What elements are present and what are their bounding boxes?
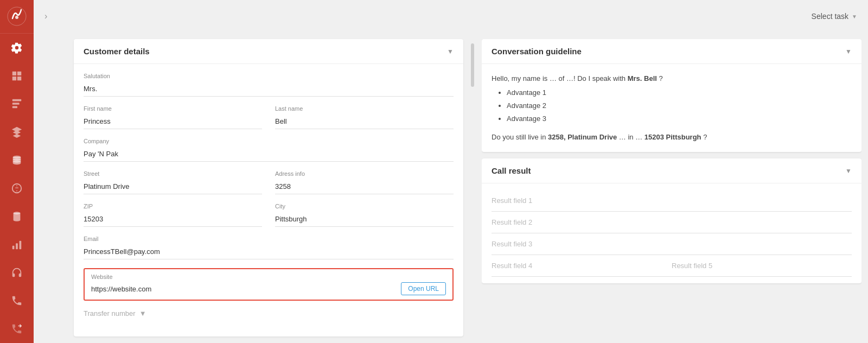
website-section: Website https://website.com Open URL [84, 268, 454, 301]
company-value[interactable]: Pay 'N Pak [84, 147, 454, 162]
list-item: Advantage 1 [507, 87, 852, 99]
call-result-header: Call result ▼ [482, 158, 861, 183]
topbar: › Select task ▼ [34, 0, 868, 33]
sidebar-item-layers[interactable] [0, 118, 34, 146]
name-row: First name Princess Last name Bell [84, 105, 454, 138]
street-label: Street [84, 170, 262, 177]
result-bottom-row: Result field 4 Result field 5 [492, 255, 852, 277]
svg-rect-8 [12, 245, 15, 249]
customer-details-chevron-icon[interactable]: ▼ [447, 48, 454, 55]
select-task-arrow-icon: ▼ [852, 14, 857, 20]
select-task-label: Select task [812, 12, 848, 21]
select-task-button[interactable]: Select task ▼ [812, 12, 857, 21]
call-result-body: Result field 1 Result field 2 Result fie… [482, 183, 861, 283]
customer-details-panel: Customer details ▼ Salutation Mrs. First… [74, 39, 463, 336]
website-value[interactable]: https://website.com [91, 285, 401, 293]
salutation-label: Salutation [84, 73, 454, 79]
result-field-5[interactable]: Result field 5 [672, 255, 852, 276]
transfer-number-row: Transfer number ▼ [84, 309, 454, 317]
svg-point-6 [12, 184, 22, 193]
zip-city-row: ZIP 15203 City Pittsburgh [84, 203, 454, 236]
svg-rect-3 [12, 103, 20, 105]
transfer-number-dropdown[interactable]: Transfer number ▼ [84, 309, 146, 317]
result-field-4[interactable]: Result field 4 [492, 255, 672, 276]
transfer-number-section: Transfer number ▼ [84, 309, 454, 317]
result-field-1[interactable]: Result field 1 [492, 190, 852, 212]
sidebar-item-payments[interactable] [0, 174, 34, 202]
email-label: Email [84, 236, 454, 242]
sidebar-item-inbox[interactable] [0, 90, 34, 118]
call-result-panel: Call result ▼ Result field 1 Result fiel… [482, 158, 861, 283]
call-result-title: Call result [492, 166, 531, 175]
customer-details-title: Customer details [84, 47, 150, 56]
conversation-guideline-chevron-icon[interactable]: ▼ [845, 48, 852, 55]
address-info-field: Adress info 3258 [275, 170, 454, 194]
company-label: Company [84, 138, 454, 144]
last-name-field: Last name Bell [275, 105, 454, 129]
svg-point-1 [15, 16, 18, 19]
last-name-label: Last name [275, 105, 454, 112]
company-field: Company Pay 'N Pak [84, 138, 454, 162]
website-row: https://website.com Open URL [91, 282, 446, 295]
email-field: Email PrincessTBell@pay.com [84, 236, 454, 259]
scroll-divider [470, 39, 475, 336]
city-label: City [275, 203, 454, 209]
guideline-address: Do you still live in 3258, Platinum Driv… [492, 131, 852, 143]
right-panel: Conversation guideline ▼ Hello, my name … [482, 39, 861, 336]
main-content: Customer details ▼ Salutation Mrs. First… [67, 33, 868, 343]
sidebar-item-phone[interactable] [0, 287, 34, 315]
svg-rect-4 [12, 106, 17, 109]
transfer-number-label: Transfer number [84, 309, 136, 317]
svg-rect-2 [12, 99, 22, 101]
sidebar-item-headset[interactable] [0, 258, 34, 287]
address-info-value[interactable]: 3258 [275, 179, 454, 194]
conversation-guideline-body: Hello, my name is … of …! Do I speak wit… [482, 64, 861, 152]
conversation-guideline-header: Conversation guideline ▼ [482, 39, 861, 64]
first-name-label: First name [84, 105, 262, 112]
result-field-2[interactable]: Result field 2 [492, 212, 852, 233]
salutation-value[interactable]: Mrs. [84, 81, 454, 97]
first-name-field: First name Princess [84, 105, 262, 129]
sidebar-item-analytics[interactable] [0, 231, 34, 259]
sidebar-item-phone-transfer[interactable] [0, 315, 34, 343]
customer-details-header: Customer details ▼ [74, 39, 463, 64]
last-name-value[interactable]: Bell [275, 114, 454, 129]
sidebar-item-settings[interactable] [0, 34, 34, 62]
svg-rect-9 [16, 243, 18, 249]
app-logo [0, 0, 34, 34]
open-url-button[interactable]: Open URL [401, 282, 446, 295]
expand-icon[interactable]: › [44, 11, 47, 21]
guideline-intro: Hello, my name is … of …! Do I speak wit… [492, 73, 852, 85]
city-field: City Pittsburgh [275, 203, 454, 227]
address-info-label: Adress info [275, 170, 454, 177]
zip-field: ZIP 15203 [84, 203, 262, 227]
salutation-field: Salutation Mrs. [84, 73, 454, 97]
sidebar [0, 0, 34, 343]
city-value[interactable]: Pittsburgh [275, 212, 454, 227]
zip-value[interactable]: 15203 [84, 212, 262, 227]
first-name-value[interactable]: Princess [84, 114, 262, 129]
list-item: Advantage 2 [507, 100, 852, 112]
list-item: Advantage 3 [507, 113, 852, 125]
sidebar-item-dashboard[interactable] [0, 62, 34, 90]
svg-rect-10 [20, 240, 22, 249]
guideline-advantages-list: Advantage 1 Advantage 2 Advantage 3 [507, 87, 852, 125]
email-value[interactable]: PrincessTBell@pay.com [84, 244, 454, 259]
conversation-guideline-title: Conversation guideline [492, 47, 582, 56]
scroll-thumb[interactable] [471, 43, 474, 87]
result-field-3[interactable]: Result field 3 [492, 233, 852, 255]
call-result-chevron-icon[interactable]: ▼ [845, 167, 852, 175]
sidebar-item-database2[interactable] [0, 202, 34, 231]
customer-details-body: Salutation Mrs. First name Princess Last… [74, 64, 463, 336]
street-field: Street Platinum Drive [84, 170, 262, 194]
address-row: Street Platinum Drive Adress info 3258 [84, 170, 454, 203]
zip-label: ZIP [84, 203, 262, 209]
street-value[interactable]: Platinum Drive [84, 179, 262, 194]
website-label: Website [91, 274, 446, 280]
sidebar-item-database[interactable] [0, 146, 34, 174]
conversation-guideline-panel: Conversation guideline ▼ Hello, my name … [482, 39, 861, 152]
